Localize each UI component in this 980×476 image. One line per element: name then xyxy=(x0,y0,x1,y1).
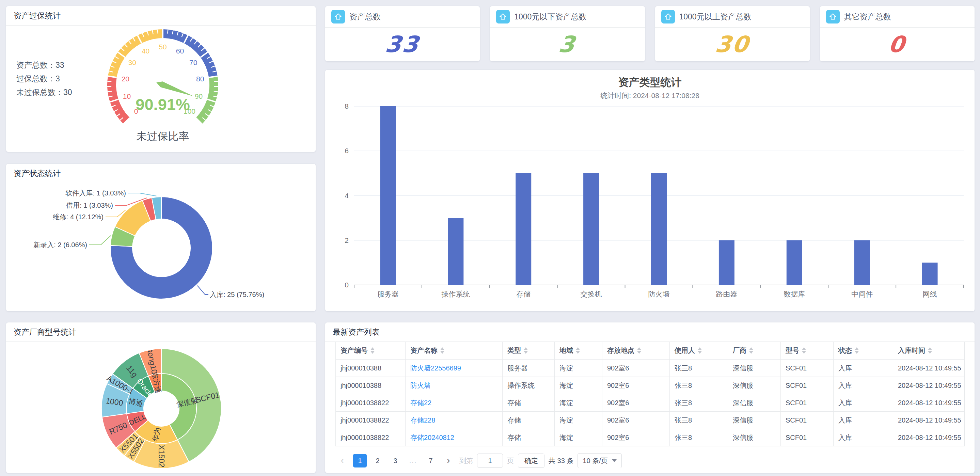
asset-name-link[interactable]: 存储228 xyxy=(410,416,435,424)
table-cell: 深信服 xyxy=(728,377,781,394)
sort-asc-icon[interactable] xyxy=(698,347,702,350)
x-category-label: 操作系统 xyxy=(441,290,470,298)
column-header-厂商[interactable]: 厂商 xyxy=(728,342,781,360)
table-cell: 2024-08-12 10:49:55 xyxy=(893,394,965,412)
page-button-7[interactable]: 7 xyxy=(424,454,438,468)
table-cell: 存储228 xyxy=(406,412,503,429)
card-title: 资产厂商型号统计 xyxy=(6,322,316,342)
table-cell: 张三8 xyxy=(670,360,728,377)
x-category-label: 交换机 xyxy=(581,290,602,298)
column-header-入库时间[interactable]: 入库时间 xyxy=(893,342,965,360)
y-tick-label: 4 xyxy=(345,192,349,199)
home-icon-badge xyxy=(331,10,345,24)
page-button-2[interactable]: 2 xyxy=(371,454,385,468)
gauge-tick-label: 90 xyxy=(195,92,203,100)
sort-desc-icon[interactable] xyxy=(698,351,702,354)
column-header-使用人[interactable]: 使用人 xyxy=(670,342,728,360)
sort-icon[interactable] xyxy=(371,347,375,354)
sort-asc-icon[interactable] xyxy=(440,347,444,350)
sort-icon[interactable] xyxy=(802,347,806,354)
sort-icon[interactable] xyxy=(524,347,528,354)
column-header-型号[interactable]: 型号 xyxy=(781,342,834,360)
asset-type-bar-chart: 02468服务器操作系统存储交换机防火墙路由器数据库中间件网线 xyxy=(325,70,975,311)
sort-desc-icon[interactable] xyxy=(576,351,580,354)
table-cell: 存储 xyxy=(503,412,555,429)
next-page-button[interactable]: › xyxy=(442,454,455,468)
sort-desc-icon[interactable] xyxy=(371,351,375,354)
column-header-地域[interactable]: 地域 xyxy=(555,342,602,360)
page-size-select[interactable]: 10 条/页 xyxy=(578,453,621,468)
page-jump-input[interactable] xyxy=(477,454,503,468)
asset-name-link[interactable]: 防火墙22556699 xyxy=(410,364,461,372)
gauge-tick-label: 70 xyxy=(189,59,197,66)
table-cell: 深信服 xyxy=(728,429,781,446)
table-cell: 2024-08-12 10:49:55 xyxy=(893,360,965,377)
sort-desc-icon[interactable] xyxy=(637,351,641,354)
sort-icon[interactable] xyxy=(637,347,641,354)
page-button-3[interactable]: 3 xyxy=(388,454,402,468)
bar-防火墙 xyxy=(651,173,667,285)
asset-name-link[interactable]: 防火墙 xyxy=(410,382,431,389)
sort-desc-icon[interactable] xyxy=(802,351,806,354)
gauge-tick-label: 50 xyxy=(159,43,167,51)
column-label: 入库时间 xyxy=(898,346,925,355)
stat-card-header: 其它资产总数 xyxy=(820,6,975,27)
stat-card-header: 1000元以上资产总数 xyxy=(655,6,810,27)
gauge-stats: 资产总数：33过保总数：3未过保总数：30 xyxy=(16,58,72,99)
asset-name-link[interactable]: 存储20240812 xyxy=(410,434,454,441)
prev-page-button[interactable]: ‹ xyxy=(336,454,349,468)
column-label: 状态 xyxy=(838,346,852,355)
sort-desc-icon[interactable] xyxy=(524,351,528,354)
table-cell: 入库 xyxy=(834,360,893,377)
table-row: jhj00001038822存储20240812存储海淀902室6张三8深信服S… xyxy=(336,429,965,446)
column-label: 地域 xyxy=(560,346,573,355)
sort-asc-icon[interactable] xyxy=(928,347,932,350)
sort-asc-icon[interactable] xyxy=(371,347,375,350)
table-cell: SCF01 xyxy=(781,412,834,429)
table-cell: SCF01 xyxy=(781,394,834,412)
column-header-状态[interactable]: 状态 xyxy=(834,342,893,360)
asset-name-link[interactable]: 存储22 xyxy=(410,399,431,406)
table-cell: 入库 xyxy=(834,377,893,394)
asset-type-card: 资产类型统计 统计时间: 2024-08-12 17:08:28 02468服务… xyxy=(325,70,975,311)
table-cell: SCF01 xyxy=(781,429,834,446)
stat-card-2: 1000元以上资产总数30 xyxy=(655,6,810,61)
sort-icon[interactable] xyxy=(855,347,859,354)
gauge-tick xyxy=(214,81,218,82)
confirm-button[interactable]: 确定 xyxy=(518,454,544,468)
table-cell: 海淀 xyxy=(555,394,602,412)
column-label: 使用人 xyxy=(675,346,695,355)
column-label: 类型 xyxy=(508,346,521,355)
column-header-资产编号[interactable]: 资产编号 xyxy=(336,342,406,360)
sort-desc-icon[interactable] xyxy=(855,351,859,354)
sort-asc-icon[interactable] xyxy=(802,347,806,350)
sort-icon[interactable] xyxy=(698,347,702,354)
sort-icon[interactable] xyxy=(928,347,932,354)
sort-icon[interactable] xyxy=(440,347,444,354)
sort-desc-icon[interactable] xyxy=(440,351,444,354)
page-button-1[interactable]: 1 xyxy=(353,454,367,468)
table-cell: 存储20240812 xyxy=(406,429,503,446)
vendor-sunburst-chart: SCF01深信服X1502X5502X5501华为R750DELL1000A10… xyxy=(6,342,316,473)
x-category-label: 存储 xyxy=(516,290,531,298)
table-cell: 存储 xyxy=(503,429,555,446)
column-label: 厂商 xyxy=(733,346,746,355)
column-header-资产名称[interactable]: 资产名称 xyxy=(406,342,503,360)
sort-icon[interactable] xyxy=(576,347,580,354)
sort-asc-icon[interactable] xyxy=(855,347,859,350)
sort-desc-icon[interactable] xyxy=(928,351,932,354)
table-cell: 海淀 xyxy=(555,412,602,429)
bar-chart-subtitle: 统计时间: 2024-08-12 17:08:28 xyxy=(325,91,975,100)
sort-icon[interactable] xyxy=(749,347,753,354)
column-header-类型[interactable]: 类型 xyxy=(503,342,555,360)
gauge-tick-label: 60 xyxy=(176,47,184,55)
jump-to-label: 到第 xyxy=(459,456,473,465)
sort-asc-icon[interactable] xyxy=(749,347,753,350)
donut-label: 入库: 25 (75.76%) xyxy=(210,291,264,298)
column-header-存放地点[interactable]: 存放地点 xyxy=(602,342,670,360)
sort-desc-icon[interactable] xyxy=(749,351,753,354)
x-category-label: 中间件 xyxy=(851,290,873,298)
sort-asc-icon[interactable] xyxy=(576,347,580,350)
sort-asc-icon[interactable] xyxy=(637,347,641,350)
sort-asc-icon[interactable] xyxy=(524,347,528,350)
